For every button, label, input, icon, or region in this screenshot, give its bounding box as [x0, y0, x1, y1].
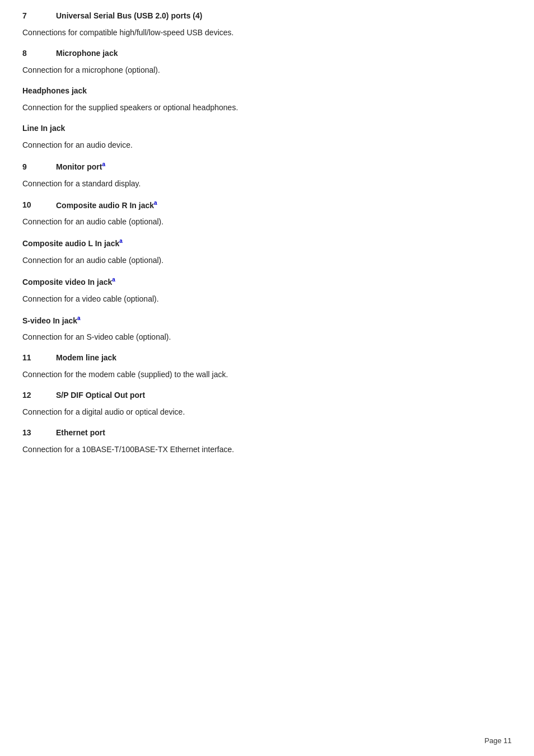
section-header-11: 11Modem line jack — [22, 353, 512, 362]
subsection-3-1: Composite video In jackaConnection for a… — [22, 276, 512, 305]
section-header-12: 12S/P DIF Optical Out port — [22, 391, 512, 400]
section-8: 8Microphone jackConnection for a microph… — [22, 49, 512, 151]
section-header-9: 9Monitor porta — [22, 161, 512, 171]
section-9: 9Monitor portaConnection for a standard … — [22, 161, 512, 190]
subsection-1-1: Line In jackConnection for an audio devi… — [22, 124, 512, 151]
section-11: 11Modem line jackConnection for the mode… — [22, 353, 512, 381]
subsection-1-0: Headphones jackConnection for the suppli… — [22, 86, 512, 114]
section-13: 13Ethernet portConnection for a 10BASE-T… — [22, 428, 512, 456]
section-desc-7: Connections for compatible high/full/low… — [22, 27, 512, 39]
section-title-12: S/P DIF Optical Out port — [56, 391, 145, 400]
subsection-desc-3-2: Connection for an S-video cable (optiona… — [22, 331, 512, 343]
section-title-7: Universal Serial Bus (USB 2.0) ports (4) — [56, 11, 202, 20]
section-title-9: Monitor porta — [56, 161, 105, 171]
section-title-10: Composite audio R In jacka — [56, 200, 157, 210]
section-number-13: 13 — [22, 428, 56, 437]
section-7: 7Universal Serial Bus (USB 2.0) ports (4… — [22, 11, 512, 39]
section-header-7: 7Universal Serial Bus (USB 2.0) ports (4… — [22, 11, 512, 20]
section-header-13: 13Ethernet port — [22, 428, 512, 437]
section-number-11: 11 — [22, 353, 56, 362]
section-number-8: 8 — [22, 49, 56, 58]
subsection-title-3-1: Composite video In jacka — [22, 276, 512, 287]
subsection-desc-3-0: Connection for an audio cable (optional)… — [22, 255, 512, 266]
section-desc-13: Connection for a 10BASE-T/100BASE-TX Eth… — [22, 444, 512, 456]
section-title-8: Microphone jack — [56, 49, 118, 58]
section-number-7: 7 — [22, 11, 56, 20]
section-title-13: Ethernet port — [56, 428, 105, 437]
subsection-title-1-0: Headphones jack — [22, 86, 512, 95]
section-12: 12S/P DIF Optical Out portConnection for… — [22, 391, 512, 418]
section-header-10: 10Composite audio R In jacka — [22, 200, 512, 210]
section-number-12: 12 — [22, 391, 56, 400]
section-desc-12: Connection for a digital audio or optica… — [22, 406, 512, 418]
subsection-3-2: S-video In jackaConnection for an S-vide… — [22, 315, 512, 344]
subsection-title-3-2: S-video In jacka — [22, 315, 512, 325]
section-desc-10: Connection for an audio cable (optional)… — [22, 216, 512, 228]
section-10: 10Composite audio R In jackaConnection f… — [22, 200, 512, 344]
subsection-desc-1-1: Connection for an audio device. — [22, 139, 512, 151]
section-desc-11: Connection for the modem cable (supplied… — [22, 369, 512, 381]
section-header-8: 8Microphone jack — [22, 49, 512, 58]
section-title-11: Modem line jack — [56, 353, 116, 362]
subsection-title-3-0: Composite audio L In jacka — [22, 238, 512, 248]
subsection-desc-3-1: Connection for a video cable (optional). — [22, 293, 512, 305]
section-desc-8: Connection for a microphone (optional). — [22, 64, 512, 76]
subsection-desc-1-0: Connection for the supplied speakers or … — [22, 102, 512, 114]
subsection-3-0: Composite audio L In jackaConnection for… — [22, 238, 512, 266]
section-desc-9: Connection for a standard display. — [22, 178, 512, 190]
section-number-10: 10 — [22, 200, 56, 209]
section-number-9: 9 — [22, 162, 56, 171]
subsection-title-1-1: Line In jack — [22, 124, 512, 133]
page-number: Page 11 — [485, 736, 512, 745]
